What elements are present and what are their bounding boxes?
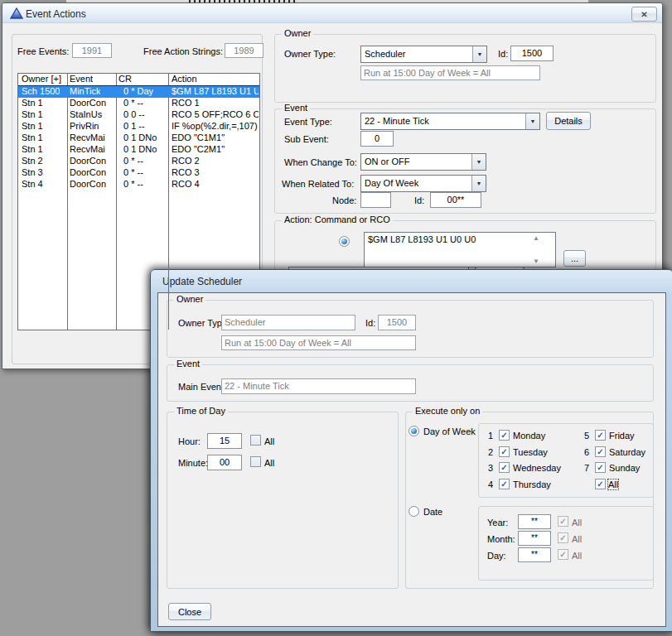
action-group-legend: Action: Command or RCO: [282, 214, 393, 224]
close-button[interactable]: Close: [168, 603, 211, 620]
owner-description-field: Run at 15:00 Day of Week = All: [360, 65, 540, 80]
monday-label: Monday: [513, 431, 545, 441]
chevron-down-icon[interactable]: ▼: [525, 113, 539, 129]
table-row[interactable]: Stn 4 DoorCon 0 * -- RCO 4: [18, 179, 259, 190]
tuesday-checkbox[interactable]: ✓: [499, 446, 510, 457]
dialog-event-legend: Event: [174, 359, 202, 369]
thursday-label: Thursday: [513, 479, 551, 489]
friday-checkbox[interactable]: ✓: [595, 430, 606, 441]
table-row[interactable]: Sch 1500 MinTick 0 * Day $GM L87 L8193 U…: [18, 86, 259, 98]
col-cr[interactable]: CR: [118, 74, 132, 84]
cell-event: DoorCon: [70, 156, 106, 166]
cell-cr: 0 * Day: [123, 86, 153, 96]
scroll-up-icon[interactable]: ▲: [531, 234, 541, 242]
details-button[interactable]: Details: [546, 112, 591, 130]
column-divider[interactable]: [116, 74, 117, 330]
year-label: Year:: [487, 518, 508, 528]
cell-cr: 0 1 DNo: [123, 144, 157, 154]
when-related-combo[interactable]: Day Of Week ▼: [360, 175, 486, 192]
cell-cr: 0 0 --: [123, 109, 145, 119]
table-row[interactable]: Stn 1 StaInUs 0 0 -- RCO 5 OFF;RCO 6 OF: [18, 109, 259, 121]
all-days-checkbox[interactable]: ✓: [595, 479, 606, 489]
event-group-legend: Event: [282, 103, 310, 113]
free-events-label: Free Events:: [17, 46, 69, 56]
day-number: 7: [581, 463, 589, 473]
free-events-field[interactable]: 1991: [72, 43, 112, 58]
chevron-down-icon[interactable]: ▼: [471, 154, 486, 170]
cell-event: StaInUs: [70, 109, 102, 119]
month-all-checkbox: ✓: [558, 532, 568, 543]
time-of-day-group: Time of Day: [167, 412, 399, 589]
day-field[interactable]: **: [518, 547, 551, 562]
table-row[interactable]: Stn 2 DoorCon 0 * -- RCO 2: [18, 156, 259, 167]
saturday-checkbox[interactable]: ✓: [595, 446, 606, 457]
owner-group-legend: Owner: [282, 28, 313, 38]
table-row[interactable]: Stn 1 PrivRin 0 1 -- IF %op(%2.dir,=,107…: [18, 121, 259, 132]
cell-event: RecvMai: [70, 144, 105, 154]
free-action-strings-field[interactable]: 1989: [225, 43, 263, 58]
monday-checkbox[interactable]: ✓: [499, 430, 510, 441]
table-row[interactable]: Stn 1 RecvMai 0 1 DNo EDO "C1M1": [18, 132, 259, 144]
main-event-label: Main Event:: [178, 382, 226, 392]
year-field[interactable]: **: [518, 514, 551, 529]
day-all-label: All: [572, 551, 582, 561]
execute-only-on-legend: Execute only on: [413, 406, 482, 416]
thursday-checkbox[interactable]: ✓: [499, 479, 510, 489]
minute-all-label: All: [264, 458, 274, 468]
node-field[interactable]: [360, 192, 391, 208]
owner-id-field[interactable]: 1500: [510, 46, 554, 61]
sub-event-field[interactable]: 0: [360, 131, 394, 147]
sunday-checkbox[interactable]: ✓: [595, 462, 606, 473]
cell-cr: 0 * --: [123, 179, 143, 189]
friday-label: Friday: [609, 431, 635, 441]
day-label: Day:: [487, 551, 506, 561]
date-radio[interactable]: [409, 506, 419, 517]
hour-all-checkbox[interactable]: ✓: [250, 435, 261, 446]
cell-owner: Stn 1: [22, 121, 43, 131]
when-change-combo[interactable]: ON or OFF ▼: [360, 153, 486, 171]
table-row[interactable]: Stn 3 DoorCon 0 * -- RCO 3: [18, 167, 259, 179]
chevron-down-icon[interactable]: ▼: [471, 176, 486, 191]
wednesday-checkbox[interactable]: ✓: [499, 462, 510, 473]
free-action-strings-label: Free Action Strings:: [143, 46, 223, 56]
cell-action: $GM L87 L8193 U1 U: [172, 86, 259, 96]
table-row[interactable]: Stn 1 DoorCon 0 * -- RCO 1: [18, 98, 259, 109]
close-icon[interactable]: ✕: [631, 7, 657, 22]
col-owner[interactable]: Owner [+]: [22, 74, 61, 84]
col-action[interactable]: Action: [172, 74, 259, 84]
cell-owner: Stn 1: [22, 132, 43, 142]
cell-event: DoorCon: [70, 167, 106, 177]
cell-action: RCO 5 OFF;RCO 6 OF: [172, 109, 259, 119]
scroll-down-icon[interactable]: ▼: [531, 257, 541, 265]
command-radio[interactable]: [339, 236, 350, 247]
browse-button[interactable]: ...: [563, 250, 586, 267]
minute-field[interactable]: 00: [207, 455, 242, 470]
owner-type-combo[interactable]: Scheduler ▼: [360, 46, 487, 63]
col-event[interactable]: Event: [70, 74, 93, 84]
hour-field[interactable]: 15: [207, 433, 242, 449]
month-field[interactable]: **: [518, 531, 551, 546]
table-header[interactable]: Owner [+] Event CR Action: [18, 74, 259, 85]
dialog-title: Update Scheduler: [162, 276, 242, 287]
when-change-label: When Change To:: [284, 157, 357, 167]
cell-owner: Stn 1: [22, 109, 43, 119]
cell-event: DoorCon: [70, 98, 106, 108]
column-divider[interactable]: [168, 74, 169, 330]
minute-all-checkbox[interactable]: ✓: [250, 456, 261, 467]
command-textarea[interactable]: $GM L87 L8193 U1 U0 U0: [364, 232, 556, 267]
day-of-week-radio[interactable]: [409, 426, 419, 436]
cell-event: DoorCon: [70, 179, 106, 189]
table-row[interactable]: Stn 1 RecvMai 0 1 DNo EDO "C2M1": [18, 144, 259, 156]
cell-cr: 0 * --: [123, 167, 143, 177]
event-actions-titlebar[interactable]: Event Actions ✕: [2, 3, 662, 23]
cell-action: RCO 2: [172, 156, 259, 166]
app-triangle-icon: [10, 7, 23, 19]
event-id-field[interactable]: 00**: [430, 192, 481, 208]
window-title: Event Actions: [26, 8, 86, 20]
cell-action: EDO "C1M1": [172, 132, 259, 142]
event-type-combo[interactable]: 22 - Minute Tick ▼: [360, 113, 540, 130]
minute-label: Minute:: [178, 458, 208, 468]
column-divider[interactable]: [67, 74, 68, 330]
chevron-down-icon[interactable]: ▼: [472, 46, 486, 62]
when-related-value: Day Of Week: [365, 178, 418, 188]
